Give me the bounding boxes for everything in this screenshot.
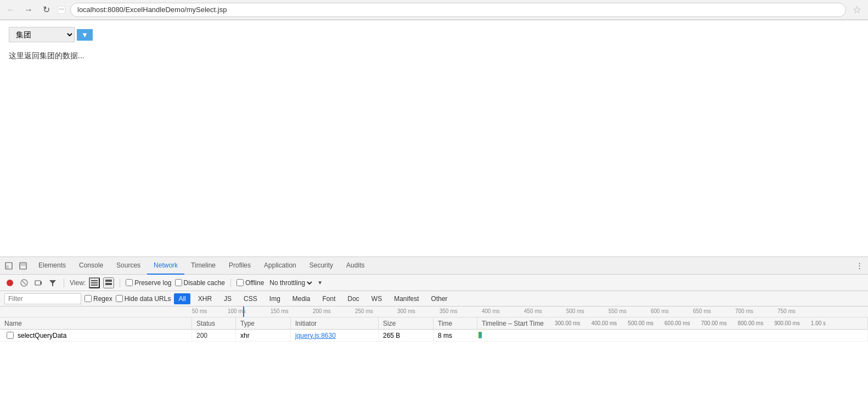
list-view-button[interactable]	[89, 277, 100, 288]
toolbar-separator-3	[230, 278, 231, 287]
devtools-tabs-bar: Elements Console Sources Network Timelin…	[0, 257, 868, 275]
svg-rect-15	[105, 280, 112, 282]
address-bar[interactable]	[70, 3, 846, 17]
tick-50ms: 50 ms	[192, 308, 207, 314]
toolbar-separator-1	[64, 278, 64, 287]
hide-data-urls-checkbox[interactable]	[116, 295, 123, 302]
svg-rect-3	[5, 265, 9, 269]
th-status[interactable]: Status	[192, 317, 236, 330]
back-button[interactable]: ←	[4, 3, 18, 16]
tab-timeline[interactable]: Timeline	[184, 257, 222, 275]
type-xhr-button[interactable]: XHR	[194, 293, 216, 304]
timeline-col-1000: 1.00 s	[811, 320, 826, 326]
group-select[interactable]: 集团	[9, 27, 75, 42]
filter-bar: Regex Hide data URLs All XHR JS CSS Img …	[0, 291, 868, 306]
row-checkbox[interactable]	[4, 332, 15, 339]
td-initiator: jquery.js:8630	[291, 330, 379, 342]
tab-network[interactable]: Network	[147, 257, 184, 275]
svg-line-8	[22, 281, 26, 285]
tab-security[interactable]: Security	[303, 257, 340, 275]
td-size: 265 B	[379, 330, 433, 342]
disable-cache-checkbox[interactable]	[175, 279, 182, 286]
page-content: 集团 ▼ 这里返回集团的数据...	[0, 20, 868, 257]
svg-marker-11	[49, 280, 56, 286]
devtools-side-icons	[2, 259, 30, 272]
clear-button[interactable]	[19, 277, 30, 288]
type-js-button[interactable]: JS	[219, 293, 236, 304]
timeline-ruler: 50 ms 100 ms 150 ms 200 ms 250 ms 300 ms…	[0, 306, 868, 317]
offline-label[interactable]: Offline	[236, 279, 264, 287]
type-css-button[interactable]: CSS	[239, 293, 262, 304]
devtools-dock-icon[interactable]	[2, 259, 15, 272]
tick-500ms: 500 ms	[566, 308, 584, 314]
select-dropdown-btn[interactable]: ▼	[77, 29, 93, 41]
hide-data-urls-label[interactable]: Hide data URLs	[116, 295, 171, 303]
td-timeline	[477, 330, 868, 342]
svg-rect-13	[91, 282, 98, 283]
tick-600ms: 600 ms	[651, 308, 669, 314]
timeline-col-300: 300.00 ms	[555, 320, 580, 326]
svg-rect-9	[35, 281, 41, 285]
timeline-cursor-line	[243, 306, 244, 317]
table-row[interactable]: selectQueryData 200 xhr jquery.js:8630 2…	[0, 330, 868, 342]
devtools-undock-icon[interactable]	[16, 259, 30, 272]
timeline-col-900: 900.00 ms	[774, 320, 800, 326]
th-initiator[interactable]: Initiator	[291, 317, 379, 330]
type-img-button[interactable]: Img	[265, 293, 285, 304]
regex-label[interactable]: Regex	[84, 295, 112, 303]
svg-rect-0	[58, 6, 65, 14]
th-timeline[interactable]: Timeline – Start Time 300.00 ms 400.00 m…	[477, 317, 868, 330]
timeline-col-400: 400.00 ms	[591, 320, 617, 326]
offline-checkbox[interactable]	[236, 279, 244, 286]
throttle-arrow-icon: ▼	[317, 280, 323, 286]
tick-300ms: 300 ms	[397, 308, 415, 314]
disable-cache-label[interactable]: Disable cache	[175, 279, 225, 287]
th-name[interactable]: Name	[0, 317, 192, 330]
large-requests-button[interactable]	[103, 277, 114, 288]
td-time: 8 ms	[433, 330, 477, 342]
svg-marker-10	[41, 281, 42, 285]
refresh-button[interactable]: ↻	[40, 3, 53, 16]
tab-application[interactable]: Application	[257, 257, 303, 275]
tick-550ms: 550 ms	[608, 308, 627, 314]
regex-checkbox[interactable]	[84, 295, 92, 302]
record-button[interactable]	[4, 277, 15, 288]
th-time[interactable]: Time	[433, 317, 477, 330]
tab-console[interactable]: Console	[72, 257, 110, 275]
capture-screenshots-button[interactable]	[33, 277, 44, 288]
filter-input[interactable]	[4, 293, 81, 304]
td-status: 200	[192, 330, 236, 342]
th-size[interactable]: Size	[379, 317, 433, 330]
network-table: Name Status Type Initiator Size Time Tim…	[0, 317, 868, 418]
timeline-ticks-area: 50 ms 100 ms 150 ms 200 ms 250 ms 300 ms…	[192, 306, 868, 317]
network-toolbar: View: Preserve log Disable cache Offline…	[0, 275, 868, 291]
toolbar-separator-2	[120, 278, 120, 287]
th-type[interactable]: Type	[236, 317, 291, 330]
svg-rect-14	[91, 285, 98, 286]
type-doc-button[interactable]: Doc	[343, 293, 364, 304]
devtools-menu-icon[interactable]: ⋮	[853, 259, 866, 272]
type-manifest-button[interactable]: Manifest	[390, 293, 423, 304]
tab-sources[interactable]: Sources	[110, 257, 147, 275]
preserve-log-label[interactable]: Preserve log	[126, 279, 171, 287]
forward-button[interactable]: →	[22, 3, 35, 16]
type-media-button[interactable]: Media	[288, 293, 315, 304]
tick-450ms: 450 ms	[524, 308, 542, 314]
type-font-button[interactable]: Font	[318, 293, 340, 304]
tick-400ms: 400 ms	[482, 308, 500, 314]
tab-elements[interactable]: Elements	[32, 257, 72, 275]
type-all-button[interactable]: All	[174, 293, 190, 304]
bookmark-icon[interactable]: ☆	[850, 3, 864, 16]
type-other-button[interactable]: Other	[427, 293, 452, 304]
tab-profiles[interactable]: Profiles	[222, 257, 257, 275]
td-type: xhr	[236, 330, 291, 342]
select-container: 集团 ▼	[9, 27, 859, 42]
filter-button[interactable]	[47, 277, 58, 288]
tab-audits[interactable]: Audits	[340, 257, 371, 275]
type-ws-button[interactable]: WS	[367, 293, 386, 304]
tick-200ms: 200 ms	[313, 308, 331, 314]
svg-rect-16	[105, 283, 112, 285]
timeline-col-700: 700.00 ms	[701, 320, 727, 326]
preserve-log-checkbox[interactable]	[126, 279, 133, 286]
throttle-select[interactable]: No throttling	[267, 278, 314, 287]
